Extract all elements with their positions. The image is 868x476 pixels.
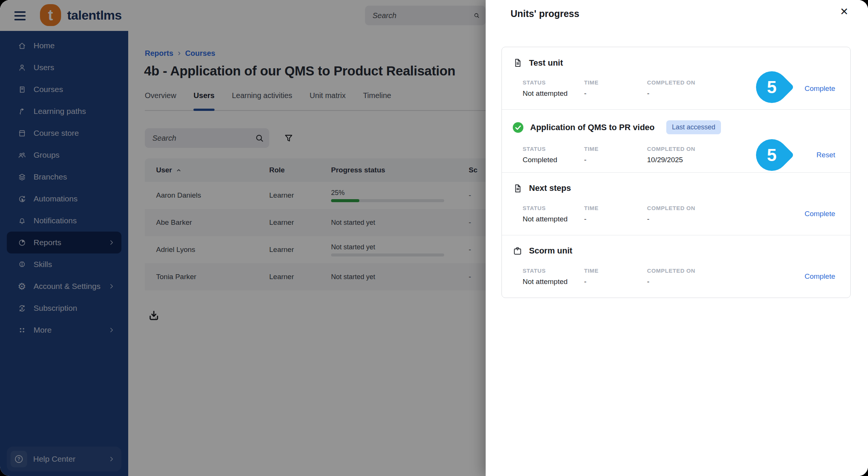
unit-title: Next steps <box>529 183 571 193</box>
status-value: Completed <box>523 156 584 164</box>
unit-title: Application of QMS to PR video <box>530 123 655 132</box>
time-label: TIME <box>584 205 647 211</box>
last-accessed-badge: Last accessed <box>666 120 721 134</box>
completed-on-label: COMPLETED ON <box>647 146 760 152</box>
check-circle-icon <box>512 122 524 133</box>
close-icon[interactable]: ✕ <box>840 7 848 17</box>
app-window: t talentlms Home Users Courses Le <box>0 0 868 476</box>
status-label: STATUS <box>523 146 584 152</box>
completed-on-label: COMPLETED ON <box>647 267 760 274</box>
status-value: Not attempted <box>523 215 584 223</box>
completed-on-label: COMPLETED ON <box>647 205 760 211</box>
complete-link[interactable]: Complete <box>805 272 835 281</box>
time-value: - <box>584 89 647 98</box>
overlay-scrim[interactable] <box>0 0 486 476</box>
unit-row-scorm-unit: Scorm unit STATUSNot attempted TIME- COM… <box>502 235 850 298</box>
time-label: TIME <box>584 267 647 274</box>
time-label: TIME <box>584 146 647 152</box>
completed-on-label: COMPLETED ON <box>647 79 760 86</box>
time-value: - <box>584 278 647 286</box>
units-card: Test unit STATUSNot attempted TIME- COMP… <box>501 47 851 298</box>
time-value: - <box>584 215 647 223</box>
completed-on-value: - <box>647 215 760 223</box>
document-icon <box>512 183 523 193</box>
status-label: STATUS <box>523 205 584 211</box>
document-icon <box>512 58 523 68</box>
unit-row-qms-video: Application of QMS to PR video Last acce… <box>502 109 850 172</box>
units-progress-panel: Units' progress ✕ Test unit STATUSNot at… <box>486 0 868 476</box>
unit-title: Scorm unit <box>529 246 572 256</box>
reset-link[interactable]: Reset <box>816 151 835 159</box>
time-label: TIME <box>584 79 647 86</box>
box-icon <box>512 246 523 256</box>
status-value: Not attempted <box>523 278 584 286</box>
completed-on-value: 10/29/2025 <box>647 156 760 164</box>
time-value: - <box>584 156 647 164</box>
complete-link[interactable]: Complete <box>805 210 835 218</box>
complete-link[interactable]: Complete <box>805 84 835 93</box>
completed-on-value: - <box>647 278 760 286</box>
completed-on-value: - <box>647 89 760 98</box>
unit-row-test-unit: Test unit STATUSNot attempted TIME- COMP… <box>502 47 850 109</box>
unit-row-next-steps: Next steps STATUSNot attempted TIME- COM… <box>502 172 850 235</box>
status-value: Not attempted <box>523 89 584 98</box>
unit-title: Test unit <box>529 58 563 68</box>
panel-title: Units' progress <box>511 8 579 19</box>
status-label: STATUS <box>523 267 584 274</box>
status-label: STATUS <box>523 79 584 86</box>
